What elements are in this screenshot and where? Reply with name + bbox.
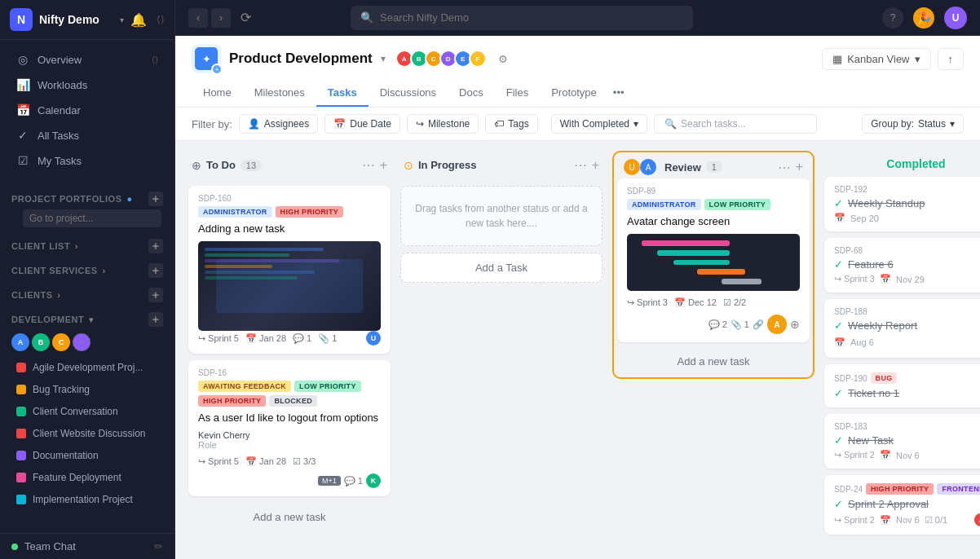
milestone-filter-button[interactable]: ↪ Milestone <box>407 114 479 134</box>
sidebar-item-client-conversation-label: Client Conversation <box>33 406 118 417</box>
with-completed-label: With Completed <box>560 118 629 130</box>
milestone-icon: ↪ <box>416 118 424 130</box>
card-sdp-160-meta: ↪ Sprint 5 📅 Jan 28 💬 1 📎 1 U <box>198 331 381 346</box>
todo-menu-icon[interactable]: ⋯ <box>362 157 375 173</box>
review-add-task-button[interactable]: Add a new task <box>617 349 810 374</box>
sidebar-collapse-btn[interactable]: ⟨⟩ <box>152 55 158 65</box>
project-header: ✦ + Product Development ▾ A B C D E F ⚙ … <box>175 36 980 108</box>
card-sdp-160-badges: ADMINISTRATOR HIGH PRIORITY <box>198 206 381 218</box>
search-input[interactable] <box>380 11 683 24</box>
app-logo: N <box>10 8 33 31</box>
app-chevron-icon: ▾ <box>120 15 124 24</box>
in-progress-add-icon[interactable]: + <box>592 158 599 173</box>
review-add-icon[interactable]: + <box>796 160 803 174</box>
tab-home[interactable]: Home <box>192 80 243 107</box>
tab-tasks[interactable]: Tasks <box>316 80 369 107</box>
team-chat-item[interactable]: Team Chat ✏ <box>0 533 174 559</box>
card-sdp-160[interactable]: SDP-160 ADMINISTRATOR HIGH PRIORITY Addi… <box>188 186 391 354</box>
tab-milestones[interactable]: Milestones <box>243 80 316 107</box>
sidebar-item-calendar[interactable]: 📅 Calendar <box>5 98 170 122</box>
calendar-icon-68: 📅 <box>880 274 891 284</box>
user-avatar[interactable]: U <box>944 7 967 29</box>
project-team-avatars: A B C D E F <box>399 50 487 68</box>
add-client-button[interactable]: + <box>148 239 163 253</box>
badge-low-priority: LOW PRIORITY <box>294 381 361 392</box>
with-completed-button[interactable]: With Completed ▾ <box>551 114 647 134</box>
add-clients-button[interactable]: + <box>148 288 163 302</box>
tab-discussions[interactable]: Discussions <box>369 80 448 107</box>
sidebar-item-bug-tracking[interactable]: Bug Tracking <box>5 379 170 400</box>
with-completed-chevron-icon: ▾ <box>633 118 638 130</box>
card-sdp-190[interactable]: SDP-190 BUG ✓ Ticket no 1 <box>824 364 980 407</box>
notifications-button[interactable]: 🎉 <box>913 7 934 29</box>
sidebar-item-client-website[interactable]: Client Website Discussion <box>5 423 170 444</box>
project-name-chevron-icon[interactable]: ▾ <box>381 53 386 64</box>
badge-blocked: BLOCKED <box>269 395 317 407</box>
in-progress-menu-icon[interactable]: ⋯ <box>574 157 587 173</box>
clients-header[interactable]: CLIENTS › + <box>11 288 163 302</box>
card-sdp-183[interactable]: SDP-183 ✓ New Task ↪ Sprint 2 📅 Nov 6 <box>824 414 980 469</box>
sidebar-item-documentation[interactable]: Documentation <box>5 445 170 466</box>
sidebar-item-all-tasks[interactable]: ✓ All Tasks <box>5 123 170 147</box>
date-188: Aug 6 <box>850 337 874 347</box>
back-button[interactable]: ‹ <box>188 8 208 28</box>
todo-add-task-button[interactable]: Add a new task <box>188 503 391 531</box>
sidebar-item-agile[interactable]: Agile Development Proj... <box>5 357 170 378</box>
check-icon-192: ✓ <box>834 197 843 209</box>
card-sdp-24[interactable]: SDP-24 HIGH PRIORITY FRONTEND ✓ Sprint 2… <box>824 475 980 535</box>
go-to-project-input[interactable] <box>23 209 161 227</box>
forward-button[interactable]: › <box>211 8 231 28</box>
due-date-filter-button[interactable]: 📅 Due Date <box>324 114 400 134</box>
comments-3: 💬 2 <box>709 319 727 330</box>
tab-docs[interactable]: Docs <box>448 80 495 107</box>
sidebar-item-feature-deployment[interactable]: Feature Deployment <box>5 467 170 488</box>
card-sdp-89-assign-icon[interactable]: ⊕ <box>790 318 800 331</box>
check-icon-188: ✓ <box>834 319 843 332</box>
sidebar-item-overview[interactable]: ◎ Overview ⟨⟩ <box>5 47 170 72</box>
sidebar-item-implementation[interactable]: Implementation Project <box>5 489 170 510</box>
client-list-header[interactable]: CLIENT LIST › + <box>11 239 163 253</box>
tab-prototype[interactable]: Prototype <box>540 80 608 107</box>
sidebar-item-my-tasks[interactable]: ☑ My Tasks <box>5 148 170 173</box>
card-sdp-89[interactable]: SDP-89 ADMINISTRATOR LOW PRIORITY Avatar… <box>617 178 810 342</box>
in-progress-add-task-button[interactable]: Add a Task <box>400 253 603 283</box>
team-chat-edit-icon[interactable]: ✏ <box>154 540 163 552</box>
card-sdp-16-id: SDP-16 <box>198 368 381 377</box>
share-button[interactable]: ↑ <box>938 48 965 70</box>
search-tasks-button[interactable]: 🔍 Search tasks... <box>654 114 817 134</box>
client-list-label: CLIENT LIST <box>11 241 70 251</box>
project-portfolios-header[interactable]: PROJECT PORTFOLIOS ● + <box>11 191 163 206</box>
tab-files[interactable]: Files <box>495 80 540 107</box>
add-client-service-button[interactable]: + <box>148 263 163 278</box>
tags-icon: 🏷 <box>494 118 504 130</box>
add-portfolio-button[interactable]: + <box>148 191 163 206</box>
collapse-icon[interactable]: ⟨⟩ <box>157 14 165 25</box>
notifications-icon[interactable]: 🔔 <box>130 12 147 28</box>
tags-filter-button[interactable]: 🏷 Tags <box>485 114 537 134</box>
sidebar-item-client-conversation[interactable]: Client Conversation <box>5 401 170 422</box>
development-header[interactable]: DEVELOPMENT ▾ + <box>11 312 163 327</box>
assignees-filter-button[interactable]: 👤 Assignees <box>239 114 318 134</box>
more-tabs-button[interactable]: ••• <box>608 80 629 107</box>
search-bar[interactable]: 🔍 <box>351 6 693 30</box>
card-sdp-188[interactable]: SDP-188 ✓ Weekly Report 📅 Aug 6 U <box>824 299 980 358</box>
sidebar-item-workloads[interactable]: 📊 Workloads <box>5 73 170 97</box>
group-by-button[interactable]: Group by: Status ▾ <box>862 114 964 134</box>
card-sdp-192[interactable]: SDP-192 ✓ Weekly Standup 📅 Sep 20 <box>824 177 980 231</box>
review-menu-icon[interactable]: ⋯ <box>778 160 791 175</box>
card-sdp-68[interactable]: SDP-68 ✓ Feature 6 ↪ Sprint 3 📅 Nov 29 <box>824 238 980 293</box>
project-settings-icon[interactable]: ⚙ <box>498 53 508 65</box>
project-icon-plus[interactable]: + <box>211 64 223 75</box>
history-icon[interactable]: ⟳ <box>241 10 251 25</box>
add-development-button[interactable]: + <box>148 312 163 327</box>
project-portfolios-indicator: ● <box>127 194 133 204</box>
help-button[interactable]: ? <box>882 7 903 29</box>
client-services-header[interactable]: CLIENT SERVICES › + <box>11 263 163 278</box>
project-icon-wrapper: ✦ + <box>192 44 221 73</box>
kanban-view-button[interactable]: ▦ Kanban View ▾ <box>822 48 930 70</box>
todo-add-icon[interactable]: + <box>380 158 387 173</box>
feature-deployment-dot <box>16 473 26 482</box>
completed-header: Completed <box>824 151 980 177</box>
card-sdp-16[interactable]: SDP-16 AWAITING FEEDBACK LOW PRIORITY HI… <box>188 360 391 496</box>
dev-avatar-add[interactable]: + <box>73 333 90 351</box>
